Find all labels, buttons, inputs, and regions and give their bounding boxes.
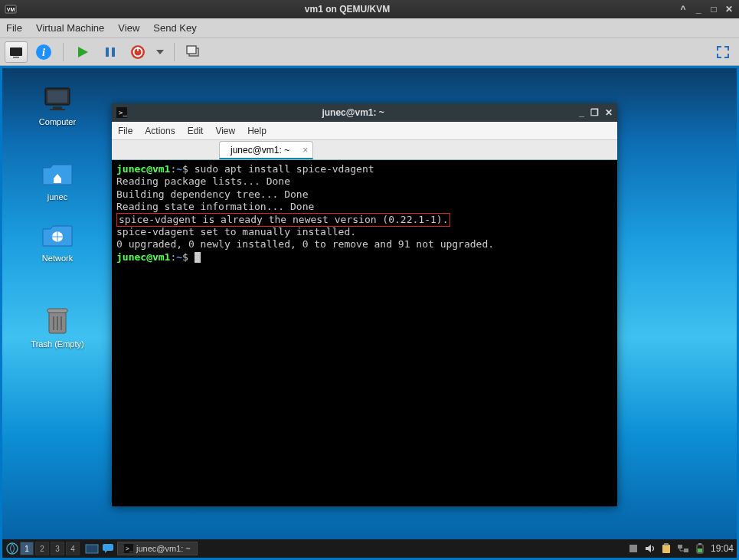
fullscreen-button[interactable] [711, 41, 734, 63]
svg-text:>_: >_ [119, 109, 127, 116]
svg-rect-37 [678, 545, 682, 549]
chat-tray-icon[interactable] [102, 543, 114, 554]
menu-file[interactable]: File [6, 22, 22, 34]
output-line: 0 upgraded, 0 newly installed, 0 to remo… [116, 238, 494, 250]
prompt-path: ~ [176, 163, 182, 175]
term-menu-view[interactable]: View [215, 126, 235, 136]
svg-point-27 [7, 543, 18, 554]
desktop-icon-label: Computer [27, 117, 88, 126]
svg-text:VM: VM [7, 7, 15, 12]
svg-marker-34 [646, 545, 651, 552]
guest-desktop[interactable]: Computer junec Network Trash (Empty) >_ … [0, 66, 739, 560]
close-icon[interactable]: ✕ [724, 4, 734, 15]
terminal-titlebar[interactable]: >_ junec@vm1: ~ _ ❐ ✕ [112, 103, 617, 122]
svg-text:i: i [42, 47, 45, 58]
desktop-icon-label: Network [27, 254, 88, 263]
svg-marker-6 [78, 47, 88, 57]
svg-marker-30 [105, 550, 108, 553]
keep-above-icon[interactable]: ^ [678, 4, 688, 15]
terminal-tab-label: junec@vm1: ~ [231, 145, 289, 156]
terminal-body[interactable]: junec@vm1:~$ sudo apt install spice-vdag… [112, 160, 617, 506]
menu-launcher-icon[interactable] [5, 542, 19, 555]
pause-button[interactable] [99, 41, 122, 63]
highlighted-output: spice-vdagent is already the newest vers… [116, 213, 450, 227]
volume-icon[interactable] [645, 543, 656, 554]
taskbar-clock[interactable]: 19:04 [711, 543, 734, 554]
taskbar-task-terminal[interactable]: >_ junec@vm1: ~ [117, 542, 198, 555]
console-button[interactable] [5, 41, 28, 63]
svg-rect-11 [137, 47, 139, 51]
prompt-path: ~ [176, 251, 182, 263]
terminal-tabbar: junec@vm1: ~ × [112, 140, 617, 160]
desktop-icon-label: junec [27, 192, 88, 201]
svg-rect-36 [664, 543, 669, 545]
notifications-icon[interactable] [628, 543, 639, 554]
workspace-3[interactable]: 3 [51, 542, 64, 555]
svg-rect-7 [106, 47, 109, 57]
desktop-icon-computer[interactable]: Computer [27, 84, 88, 126]
svg-rect-29 [103, 544, 113, 551]
term-menu-actions[interactable]: Actions [145, 126, 175, 136]
outer-toolbar: i [0, 38, 739, 66]
cursor [195, 252, 201, 263]
outer-menubar: File Virtual Machine View Send Key [0, 18, 739, 38]
maximize-icon[interactable]: ❐ [590, 107, 599, 118]
play-button[interactable] [71, 41, 94, 63]
minimize-icon[interactable]: _ [579, 107, 584, 118]
menu-sendkey[interactable]: Send Key [153, 22, 196, 34]
svg-rect-40 [698, 543, 701, 545]
svg-text:>_: >_ [126, 545, 133, 552]
snapshots-button[interactable] [182, 41, 205, 63]
desktop-icon-network[interactable]: Network [27, 220, 88, 263]
taskbar-task-label: junec@vm1: ~ [136, 544, 191, 553]
desktop-icon-home[interactable]: junec [27, 159, 88, 201]
svg-marker-12 [156, 50, 164, 54]
menu-view[interactable]: View [118, 22, 139, 34]
terminal-tab[interactable]: junec@vm1: ~ × [219, 141, 313, 159]
workspace-4[interactable]: 4 [66, 542, 80, 555]
terminal-menubar: File Actions Edit View Help [112, 122, 617, 140]
close-icon[interactable]: ✕ [605, 107, 613, 118]
svg-rect-2 [10, 47, 22, 56]
svg-rect-21 [47, 309, 67, 313]
network-tray-icon[interactable] [677, 543, 689, 554]
svg-rect-33 [629, 545, 637, 552]
home-folder-icon [41, 159, 74, 189]
svg-rect-14 [187, 46, 196, 54]
shutdown-button[interactable] [126, 41, 149, 63]
trash-icon [41, 306, 74, 336]
output-line: spice-vdagent set to manually installed. [116, 226, 356, 237]
output-line: Reading state information... Done [116, 201, 314, 212]
maximize-icon[interactable]: □ [708, 4, 719, 15]
outer-window-title: vm1 on QEMU/KVM [17, 4, 678, 15]
term-menu-help[interactable]: Help [247, 126, 266, 136]
shutdown-dropdown[interactable] [154, 41, 166, 63]
clipboard-icon[interactable] [662, 543, 671, 554]
command-text: sudo apt install spice-vdagent [195, 163, 374, 175]
computer-icon [41, 84, 74, 114]
term-menu-file[interactable]: File [118, 126, 132, 136]
svg-rect-8 [112, 47, 115, 57]
outer-titlebar[interactable]: VM vm1 on QEMU/KVM ^ _ □ ✕ [0, 0, 739, 18]
workspace-1[interactable]: 1 [20, 542, 34, 555]
menu-vm[interactable]: Virtual Machine [36, 22, 104, 34]
prompt-user: junec@vm1 [116, 163, 170, 175]
virt-viewer-window: VM vm1 on QEMU/KVM ^ _ □ ✕ File Virtual … [0, 0, 739, 560]
desktop-icon-trash[interactable]: Trash (Empty) [27, 306, 88, 349]
svg-rect-41 [698, 549, 702, 552]
output-line: Reading package lists... Done [116, 175, 290, 187]
terminal-icon: >_ [124, 544, 133, 553]
workspace-2[interactable]: 2 [35, 542, 49, 555]
svg-rect-35 [662, 545, 670, 553]
tab-close-icon[interactable]: × [302, 145, 308, 156]
info-button[interactable]: i [32, 41, 55, 63]
guest-taskbar: 1 2 3 4 >_ junec@vm1: ~ 19:04 [2, 539, 737, 558]
minimize-icon[interactable]: _ [693, 4, 704, 15]
svg-rect-17 [53, 106, 62, 109]
term-menu-edit[interactable]: Edit [188, 126, 204, 136]
show-desktop-icon[interactable] [85, 542, 99, 555]
virt-viewer-icon: VM [5, 3, 17, 15]
svg-rect-38 [684, 549, 688, 552]
power-tray-icon[interactable] [695, 543, 705, 554]
output-line: Building dependency tree... Done [116, 188, 308, 200]
